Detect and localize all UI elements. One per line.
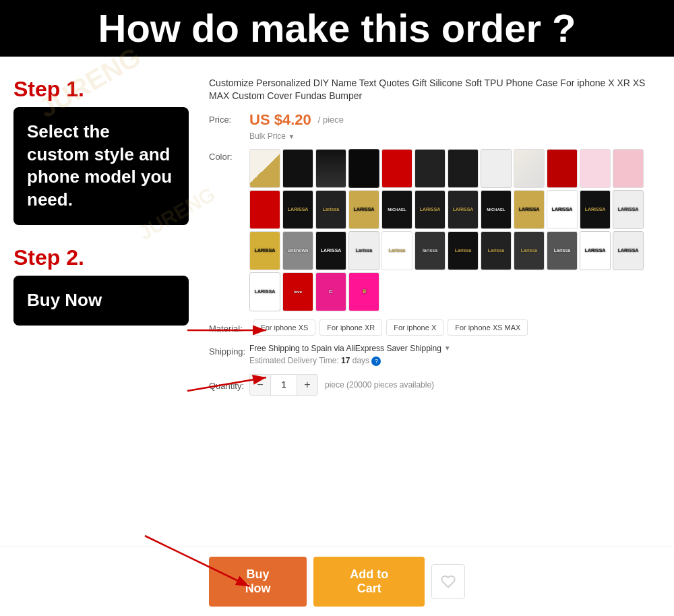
color-swatch-37[interactable]: LARISSA bbox=[249, 272, 280, 311]
quantity-label: Quantity: bbox=[209, 378, 249, 391]
color-swatch-8[interactable] bbox=[481, 149, 512, 188]
step1-box: Select the custom style and phone model … bbox=[13, 107, 189, 225]
bulk-price[interactable]: Bulk Price ▼ bbox=[249, 131, 661, 141]
color-swatch-1[interactable] bbox=[249, 149, 280, 188]
color-swatch-12[interactable] bbox=[613, 149, 644, 188]
color-swatch-25[interactable]: LARISSA bbox=[249, 231, 280, 270]
color-swatch-27[interactable]: LARISSA bbox=[315, 231, 346, 270]
shipping-label: Shipping: bbox=[209, 344, 249, 357]
material-option-0[interactable]: For iphone XS bbox=[253, 319, 315, 336]
color-swatch-30[interactable]: larissa bbox=[415, 231, 446, 270]
material-option-2[interactable]: For iphone X bbox=[386, 319, 443, 336]
color-swatch-32[interactable]: Larissa bbox=[481, 231, 512, 270]
shipping-row: Shipping: Free Shipping to Spain via Ali… bbox=[209, 344, 661, 366]
color-label: Color: bbox=[209, 149, 249, 162]
color-swatch-11[interactable] bbox=[580, 149, 611, 188]
bottom-bar: Buy Now Add to Cart bbox=[0, 547, 674, 616]
color-swatch-10[interactable] bbox=[547, 149, 578, 188]
color-swatch-28[interactable]: Larissa bbox=[348, 231, 379, 270]
material-label: Material: bbox=[209, 321, 249, 334]
quantity-controls: − + bbox=[249, 374, 318, 396]
step1-label: Step 1. bbox=[13, 77, 189, 102]
color-swatch-7[interactable] bbox=[448, 149, 479, 188]
shipping-delivery: Estimated Delivery Time: 17 days ? bbox=[249, 356, 451, 366]
color-swatch-5[interactable] bbox=[381, 149, 412, 188]
quantity-increase-button[interactable]: + bbox=[297, 375, 317, 395]
delivery-unit: days bbox=[353, 356, 369, 365]
shipping-text: Free Shipping to Spain via AliExpress Sa… bbox=[249, 344, 441, 353]
color-swatch-15[interactable]: Larissa bbox=[315, 190, 346, 229]
color-row: Color: LARISSA Larissa LARISSA bbox=[209, 149, 661, 311]
color-swatch-31[interactable]: Larissa bbox=[448, 231, 479, 270]
product-panel: Customize Personalized DIY Name Text Quo… bbox=[202, 70, 674, 412]
price-row: Price: US $4.20 / piece bbox=[209, 111, 661, 129]
steps-panel: Step 1. Select the custom style and phon… bbox=[0, 70, 202, 412]
color-swatch-14[interactable]: LARISSA bbox=[282, 190, 313, 229]
shipping-info: Free Shipping to Spain via AliExpress Sa… bbox=[249, 344, 451, 366]
delivery-text: Estimated Delivery Time: bbox=[249, 356, 339, 365]
material-option-1[interactable]: For iphone XR bbox=[319, 319, 382, 336]
add-to-cart-button[interactable]: Add to Cart bbox=[313, 557, 425, 607]
shipping-select[interactable]: Free Shipping to Spain via AliExpress Sa… bbox=[249, 344, 451, 353]
header-banner: How do make this order ? bbox=[0, 0, 674, 57]
quantity-input[interactable] bbox=[270, 375, 297, 395]
step2-section: Step 2. Buy Now bbox=[13, 245, 189, 326]
color-swatch-22[interactable]: LARISSA bbox=[547, 190, 578, 229]
color-swatch-3[interactable] bbox=[315, 149, 346, 188]
main-content: Step 1. Select the custom style and phon… bbox=[0, 57, 674, 425]
color-swatch-9[interactable] bbox=[514, 149, 545, 188]
color-swatch-23[interactable]: LARISSA bbox=[580, 190, 611, 229]
step2-box: Buy Now bbox=[13, 276, 189, 326]
color-swatch-40[interactable]: ♛ bbox=[348, 272, 379, 311]
color-swatch-4[interactable] bbox=[348, 149, 379, 188]
color-swatch-6[interactable] bbox=[415, 149, 446, 188]
color-swatch-13[interactable] bbox=[249, 190, 280, 229]
color-swatch-16[interactable]: LARISSA bbox=[348, 190, 379, 229]
color-swatch-29[interactable]: Larissa bbox=[381, 231, 412, 270]
product-title: Customize Personalized DIY Name Text Quo… bbox=[209, 77, 661, 103]
delivery-days: 17 bbox=[341, 356, 350, 365]
quantity-row: Quantity: − + piece (20000 pieces availa… bbox=[209, 374, 661, 396]
quantity-available: piece (20000 pieces available) bbox=[325, 380, 434, 390]
color-swatch-20[interactable]: MICHAEL bbox=[481, 190, 512, 229]
price-per: / piece bbox=[318, 115, 344, 125]
color-swatch-35[interactable]: LARISSA bbox=[580, 231, 611, 270]
buy-now-button[interactable]: Buy Now bbox=[209, 557, 307, 607]
color-swatch-36[interactable]: LARISSA bbox=[613, 231, 644, 270]
color-swatch-34[interactable]: Larissa bbox=[547, 231, 578, 270]
color-swatch-39[interactable]: C bbox=[315, 272, 346, 311]
heart-icon bbox=[441, 574, 456, 589]
step2-label: Step 2. bbox=[13, 245, 189, 270]
color-swatch-19[interactable]: LARISSA bbox=[448, 190, 479, 229]
help-icon[interactable]: ? bbox=[371, 357, 381, 366]
color-swatch-17[interactable]: MICHAEL bbox=[381, 190, 412, 229]
color-swatch-33[interactable]: Larissa bbox=[514, 231, 545, 270]
material-option-3[interactable]: For iphone XS MAX bbox=[448, 319, 528, 336]
bulk-price-label: Bulk Price bbox=[249, 131, 286, 141]
color-swatch-2[interactable] bbox=[282, 149, 313, 188]
bulk-price-arrow: ▼ bbox=[288, 133, 295, 140]
color-swatch-18[interactable]: LARISSA bbox=[415, 190, 446, 229]
wishlist-button[interactable] bbox=[431, 564, 465, 599]
header-title: How do make this order ? bbox=[13, 7, 661, 50]
shipping-dropdown-arrow: ▼ bbox=[444, 344, 451, 352]
material-row: Material: For iphone XS For iphone XR Fo… bbox=[209, 319, 661, 336]
color-grid: LARISSA Larissa LARISSA MICHAEL LARISSA … bbox=[249, 149, 661, 311]
price-label: Price: bbox=[209, 115, 243, 125]
price-value: US $4.20 bbox=[249, 111, 311, 129]
color-swatch-24[interactable]: LARISSA bbox=[613, 190, 644, 229]
quantity-decrease-button[interactable]: − bbox=[250, 375, 270, 395]
color-swatch-38[interactable]: love bbox=[282, 272, 313, 311]
color-swatch-21[interactable]: LARISSA bbox=[514, 190, 545, 229]
color-swatch-26[interactable]: unknown bbox=[282, 231, 313, 270]
